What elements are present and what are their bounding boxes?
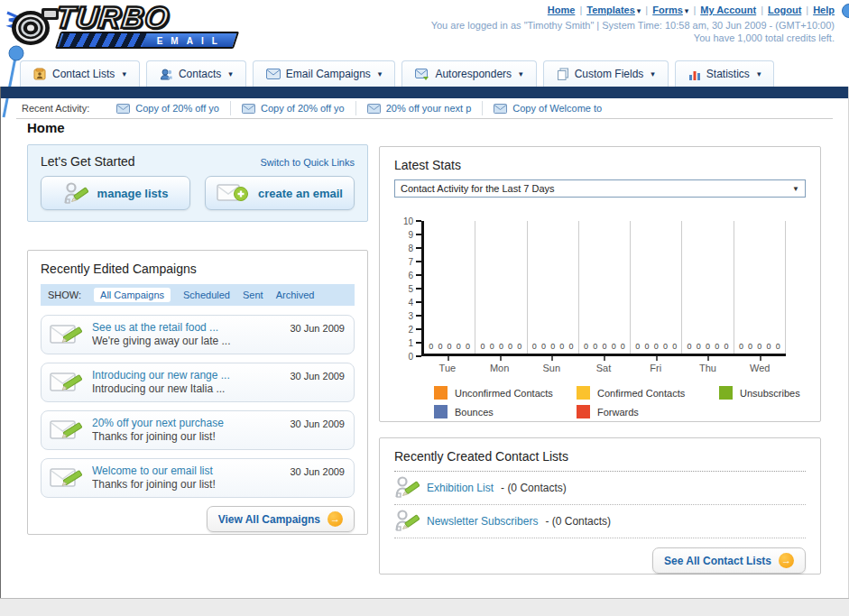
filter-scheduled[interactable]: Scheduled — [183, 290, 230, 300]
campaign-title-link[interactable]: See us at the retail food ... — [92, 321, 282, 335]
recent-activity-link[interactable]: Copy of 20% off yo — [261, 103, 345, 114]
see-all-contact-lists-label: See All Contact Lists — [664, 555, 771, 567]
data-value-label: 0 — [517, 342, 521, 351]
legend-item-unsubscribes: Unsubscribes — [719, 386, 845, 400]
contact-lists-panel: Recently Created Contact Lists Exhibitio… — [379, 437, 821, 575]
contact-list-item: Exhibition List - (0 Contacts) — [394, 472, 806, 505]
header-link-help[interactable]: Help — [813, 5, 835, 15]
recent-activity-link[interactable]: 20% off your next p — [386, 103, 472, 114]
recent-activity-items: Copy of 20% off yoCopy of 20% off yo20% … — [106, 101, 613, 115]
data-value-label: 0 — [612, 342, 616, 351]
chart-day-group: 00000 — [475, 221, 527, 354]
y-tick-label: 5 — [408, 284, 413, 294]
chart-day-group: 00000 — [528, 221, 579, 354]
header-link-home[interactable]: Home — [548, 5, 576, 15]
tab-autoresponders[interactable]: Autoresponders▾ — [401, 60, 536, 87]
data-value-label: 0 — [559, 342, 564, 351]
recent-activity-item[interactable]: 20% off your next p — [355, 101, 483, 115]
arrow-circle-icon: → — [328, 511, 343, 527]
contact-list-count: - (0 Contacts) — [545, 515, 611, 528]
chevron-down-icon: ▾ — [685, 6, 689, 15]
data-value-label: 0 — [457, 342, 461, 351]
link-separator: | — [579, 5, 582, 15]
data-value-labels: 00000 — [579, 342, 630, 351]
header-link-logout[interactable]: Logout — [768, 5, 801, 15]
view-all-campaigns-button[interactable]: View All Campaigns → — [207, 506, 355, 532]
filter-all-campaigns[interactable]: All Campaigns — [94, 288, 171, 302]
campaign-card[interactable]: Introducing our new range ...Introducing… — [41, 363, 355, 402]
tab-email-campaigns[interactable]: Email Campaigns▾ — [253, 60, 396, 87]
filter-archived[interactable]: Archived — [276, 290, 315, 300]
campaign-card[interactable]: Welcome to our email listThanks for join… — [41, 458, 355, 498]
switch-quick-links-link[interactable]: Switch to Quick Links — [260, 157, 355, 168]
campaign-title-link[interactable]: Introducing our new range ... — [92, 369, 282, 382]
legend-swatch — [434, 386, 448, 400]
chart-y-axis: 012345678910 — [394, 221, 421, 356]
tab-contact-lists[interactable]: Contact Lists▾ — [20, 60, 140, 87]
campaign-date: 30 Jun 2009 — [290, 418, 345, 429]
recent-activity-link[interactable]: Copy of Welcome to — [512, 103, 602, 114]
stats-report-dropdown[interactable]: Contact Activity for the Last 7 Days ▼ — [394, 179, 806, 198]
data-value-label: 0 — [508, 342, 512, 351]
campaign-card[interactable]: 20% off your next purchaseThanks for joi… — [41, 410, 355, 450]
link-separator: | — [693, 5, 696, 15]
tab-custom-fields[interactable]: Custom Fields▾ — [543, 60, 669, 87]
legend-swatch — [577, 405, 590, 418]
data-value-label: 0 — [645, 342, 650, 351]
chart-day-group: 00000 — [579, 221, 631, 354]
legend-swatch — [719, 386, 733, 400]
footer-strip — [0, 599, 849, 616]
recent-activity-item[interactable]: Copy of 20% off yo — [106, 101, 230, 115]
link-separator: | — [761, 5, 763, 15]
header-link-templates[interactable]: Templates — [586, 5, 635, 15]
envelope-pencil-icon — [49, 369, 85, 396]
header-link-my-account[interactable]: My Account — [700, 5, 756, 15]
legend-label: Bounces — [455, 407, 494, 418]
data-value-labels: 00000 — [734, 342, 785, 351]
envelope-pencil-icon — [49, 417, 85, 444]
data-value-label: 0 — [672, 342, 677, 351]
recent-activity-item[interactable]: Copy of Welcome to — [482, 101, 613, 115]
create-an-email-button[interactable]: create an email — [205, 176, 355, 210]
contact-list-link-newsletter-subscribers[interactable]: Newsletter Subscribers — [427, 515, 538, 528]
nav-tab-label: Email Campaigns — [286, 68, 371, 80]
chevron-down-icon: ▾ — [228, 69, 233, 78]
campaign-list: See us at the retail food ...We're givin… — [41, 315, 355, 498]
chart-day-group: 00000 — [682, 221, 734, 354]
data-value-label: 0 — [480, 342, 484, 351]
nav-tabs: Contact Lists▾Contacts▾Email Campaigns▾A… — [0, 60, 849, 87]
data-value-labels: 00000 — [424, 342, 475, 351]
campaign-title-link[interactable]: Welcome to our email list — [92, 464, 282, 478]
email-campaigns-icon — [266, 69, 281, 79]
manage-lists-button[interactable]: manage lists — [41, 176, 190, 210]
envelope-icon — [367, 104, 381, 114]
activity-divider — [16, 118, 833, 119]
campaign-card[interactable]: See us at the retail food ...We're givin… — [41, 315, 355, 354]
data-value-label: 0 — [499, 342, 503, 351]
campaign-date: 30 Jun 2009 — [290, 466, 345, 477]
login-status: You are logged in as "Timothy Smith" | S… — [431, 19, 835, 44]
header-link-forms[interactable]: Forms — [652, 5, 683, 15]
campaign-card-body: Introducing our new range ...Introducing… — [92, 369, 282, 396]
contact-list-link-exhibition-list[interactable]: Exhibition List — [427, 482, 494, 494]
view-all-campaigns-label: View All Campaigns — [218, 513, 320, 526]
y-tick-label: 8 — [408, 244, 413, 253]
tab-statistics[interactable]: Statistics▾ — [675, 60, 775, 87]
recent-activity-link[interactable]: Copy of 20% off yo — [135, 103, 219, 114]
y-tick-label: 9 — [408, 230, 413, 240]
tab-contacts[interactable]: Contacts▾ — [146, 60, 246, 87]
campaign-title-link[interactable]: 20% off your next purchase — [92, 417, 282, 430]
campaign-card-body: Welcome to our email listThanks for join… — [92, 464, 282, 492]
data-value-label: 0 — [593, 342, 597, 351]
see-all-contact-lists-button[interactable]: See All Contact Lists → — [652, 547, 806, 574]
statistics-icon — [688, 69, 701, 80]
person-pencil-icon — [394, 475, 420, 500]
recent-activity-item[interactable]: Copy of 20% off yo — [230, 101, 355, 115]
help-bubble-icon[interactable] — [842, 4, 849, 18]
y-tick-label: 0 — [408, 352, 413, 362]
contact-list-item: Newsletter Subscribers - (0 Contacts) — [394, 505, 806, 538]
y-tick-label: 7 — [408, 257, 413, 267]
data-value-labels: 00000 — [475, 342, 526, 351]
y-tick-label: 3 — [408, 311, 413, 321]
filter-sent[interactable]: Sent — [243, 290, 263, 300]
